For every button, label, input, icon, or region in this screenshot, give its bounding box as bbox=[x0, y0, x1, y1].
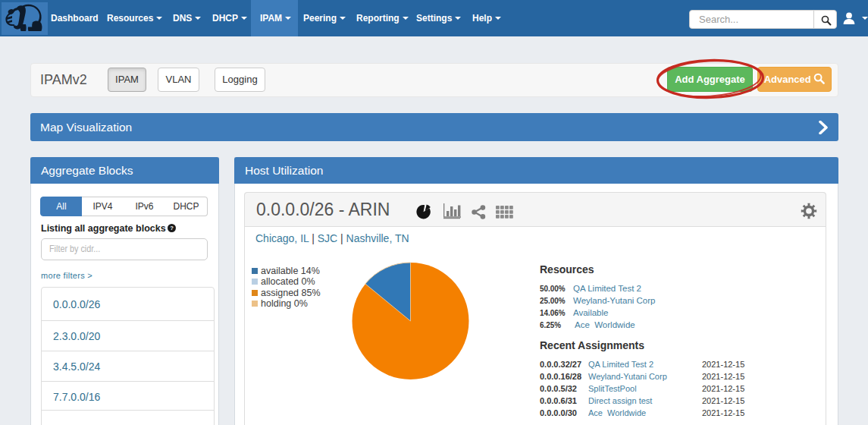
svg-text:?: ? bbox=[170, 225, 174, 231]
